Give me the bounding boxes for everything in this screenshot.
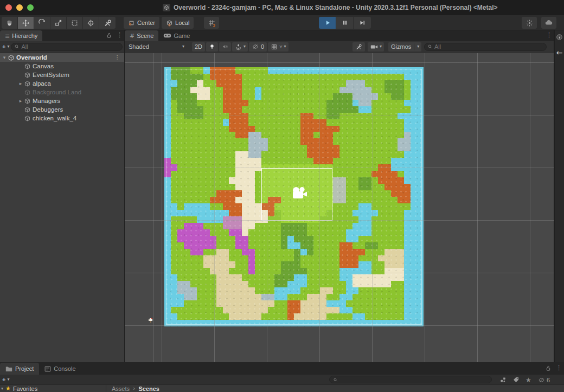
expand-panel-arrow-icon[interactable]: ← [556, 48, 563, 57]
gamepad-icon [163, 33, 171, 38]
hierarchy-item-managers[interactable]: ▸Managers [0, 97, 125, 105]
collapsed-inspector-strip: ← [554, 30, 564, 362]
title-bar: Overworld - 2324c-gamjam - PC, Mac & Lin… [0, 0, 564, 15]
camera-gizmo-icon[interactable] [291, 185, 309, 202]
favorites-filter-star-icon[interactable]: ★ [525, 376, 531, 384]
chevron-down-icon: ▾ [182, 44, 184, 49]
hidden-objects-toggle[interactable]: 0 [249, 42, 267, 52]
unlock-icon[interactable] [545, 365, 552, 371]
window-title-group: Overworld - 2324c-gamjam - PC, Mac & Lin… [163, 0, 498, 15]
console-icon [44, 366, 51, 372]
draw-mode-dropdown[interactable]: Shaded ▾ [126, 42, 187, 52]
create-add-button[interactable]: + [2, 43, 5, 50]
zoom-window-button[interactable] [27, 4, 34, 11]
transform-tool-button[interactable] [83, 17, 99, 29]
tab-hierarchy[interactable]: ≡ Hierarchy [0, 30, 42, 41]
hierarchy-item-canvas[interactable]: Canvas [0, 62, 125, 70]
tab-console[interactable]: Console [39, 363, 81, 375]
hierarchy-item-debuggers[interactable]: Debuggers [0, 105, 125, 114]
tab-project[interactable]: Project [0, 363, 39, 375]
project-panel: Project Console ⋮ + ▾ ★ [0, 362, 564, 392]
gameobject-cube-icon [24, 72, 31, 79]
scene-audio-toggle[interactable] [219, 42, 231, 52]
rect-tool-button[interactable] [67, 17, 83, 29]
project-add-caret[interactable]: ▾ [7, 377, 9, 382]
eye-hidden-icon [252, 43, 259, 50]
collapsed-arrow-icon[interactable]: ▸ [17, 98, 24, 104]
gameobject-cube-icon [24, 89, 31, 96]
tab-scene[interactable]: # Scene [125, 30, 158, 41]
hamburger-icon: ≡ [5, 33, 10, 40]
2d-label: 2D [195, 43, 202, 50]
hidden-packages-eye-icon[interactable] [537, 377, 546, 383]
hierarchy-item-eventsystem[interactable]: EventSystem [0, 70, 125, 79]
scale-tool-button[interactable] [50, 17, 67, 29]
move-tool-button[interactable] [18, 17, 34, 29]
scene-camera-dropdown[interactable]: ▾ [368, 42, 384, 52]
grid-visibility-dropdown[interactable]: Y ▾ [268, 42, 288, 52]
kebab-menu-icon[interactable]: ⋮ [117, 31, 123, 38]
breadcrumb-separator-icon: › [133, 385, 135, 392]
gizmos-label: Gizmos [391, 43, 411, 50]
project-tab-label: Project [15, 365, 34, 372]
scene-options-kebab-icon[interactable]: ⋮ [114, 54, 121, 61]
hierarchy-item-label: Background Land [33, 89, 81, 95]
scene-viewport[interactable] [125, 53, 554, 362]
hierarchy-item-overworld[interactable]: ▾Overworld⋮ [0, 53, 125, 62]
hierarchy-search-field[interactable] [11, 43, 123, 51]
gizmos-dropdown[interactable]: Gizmos ▾ [388, 42, 421, 52]
scene-tools-settings-button[interactable] [352, 42, 365, 52]
scene-search-input[interactable] [434, 43, 543, 50]
kebab-menu-icon[interactable]: ⋮ [556, 364, 562, 371]
hierarchy-search-input[interactable] [21, 43, 119, 50]
effects-dropdown[interactable]: ▾ [232, 42, 248, 52]
expanded-arrow-icon[interactable]: ▾ [1, 55, 8, 60]
game-tab-label: Game [174, 33, 190, 39]
collapsed-arrow-icon[interactable]: ▸ [17, 81, 24, 86]
breadcrumb-current[interactable]: Scenes [138, 385, 159, 392]
pivot-mode-button[interactable]: Center [124, 17, 159, 29]
cloud-services-button[interactable] [541, 17, 556, 29]
hand-tool-button[interactable] [2, 17, 18, 29]
project-add-button[interactable]: + [0, 376, 5, 383]
folder-icon [5, 366, 12, 372]
unlock-icon[interactable] [106, 32, 112, 38]
custom-tools-button[interactable] [99, 17, 116, 29]
main-toolbar: Center Local [0, 15, 564, 30]
play-button[interactable] [319, 17, 336, 29]
breadcrumb-assets[interactable]: Assets [112, 385, 130, 392]
pause-button[interactable] [336, 17, 354, 29]
2d-mode-toggle[interactable]: 2D [192, 42, 205, 52]
hierarchy-item-label: Canvas [33, 63, 54, 69]
pivot-icon [128, 20, 135, 27]
info-circle-icon[interactable] [556, 34, 563, 41]
unity-logo-icon [163, 4, 170, 11]
scene-search-field[interactable] [424, 43, 547, 51]
rotate-tool-button[interactable] [34, 17, 50, 29]
hierarchy-item-alpaca[interactable]: ▸alpaca [0, 79, 125, 88]
tab-game[interactable]: Game [158, 30, 195, 41]
step-button[interactable] [354, 17, 371, 29]
chicken-sprite[interactable] [149, 318, 153, 323]
project-search-field[interactable] [329, 376, 492, 383]
chevron-down-icon: ▾ [284, 44, 286, 49]
search-by-label-icon[interactable] [512, 376, 520, 383]
minimize-window-button[interactable] [16, 4, 23, 11]
search-by-type-icon[interactable] [499, 376, 507, 383]
scene-kebab-menu-icon[interactable]: ⋮ [546, 31, 552, 38]
project-search-input[interactable] [339, 376, 488, 383]
hierarchy-item-chicken-walk-4[interactable]: chicken_walk_4 [0, 114, 125, 123]
project-favorites-row[interactable]: ▾ ★ Favorites [0, 385, 106, 392]
scene-lighting-toggle[interactable] [206, 42, 218, 52]
create-dropdown-caret[interactable]: ▾ [7, 44, 9, 49]
favorites-foldout-caret[interactable]: ▾ [1, 387, 3, 391]
hidden-packages-count: 6 [547, 377, 550, 383]
space-mode-button[interactable]: Local [162, 17, 194, 29]
grid-snapping-button[interactable] [204, 17, 219, 29]
gameobject-cube-icon [24, 115, 31, 122]
unity-editor-window: Overworld - 2324c-gamjam - PC, Mac & Lin… [0, 0, 564, 392]
activity-indicator-icon[interactable] [522, 17, 537, 29]
close-window-button[interactable] [5, 4, 12, 11]
hierarchy-item-background-land[interactable]: Background Land [0, 88, 125, 97]
scene-tab-label: Scene [137, 33, 153, 39]
